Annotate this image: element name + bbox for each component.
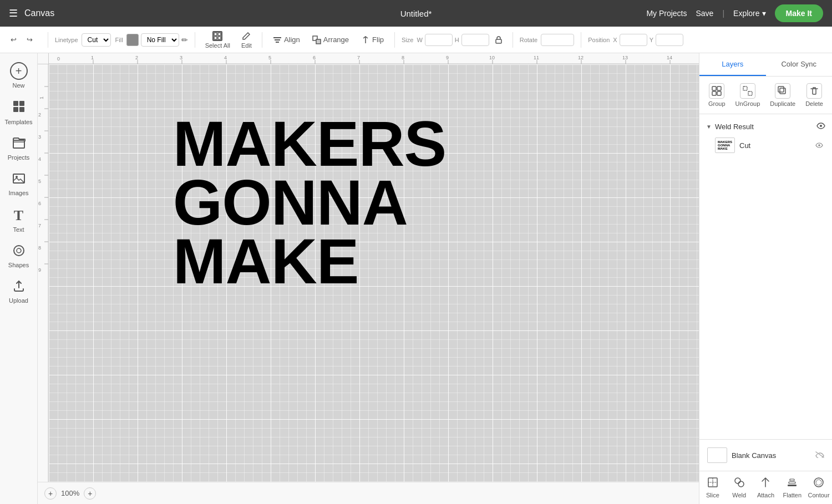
ruler-vertical: 1 2 3 4 5 6 7 8 9 xyxy=(38,64,49,482)
arrange-button[interactable]: Arrange xyxy=(308,33,353,47)
slice-button[interactable]: Slice xyxy=(699,474,726,502)
svg-rect-83 xyxy=(790,479,794,481)
toolbar-separator-2 xyxy=(195,32,195,48)
canvas-content[interactable]: MAKERS GONNA MAKE xyxy=(204,92,415,314)
svg-text:4: 4 xyxy=(224,55,227,60)
sidebar-item-text[interactable]: T Text xyxy=(2,203,35,237)
fill-select[interactable]: No Fill xyxy=(141,33,179,47)
weld-button[interactable]: Weld xyxy=(726,474,753,502)
make-it-button[interactable]: Make It xyxy=(775,4,823,22)
layer-visibility-icon[interactable] xyxy=(815,141,823,150)
explore-button[interactable]: Explore ▾ xyxy=(733,9,765,18)
svg-rect-82 xyxy=(789,482,795,483)
my-projects-link[interactable]: My Projects xyxy=(646,9,687,18)
zoom-level: 100% xyxy=(61,489,79,497)
group-button[interactable]: Group xyxy=(704,81,730,109)
redo-button[interactable]: ↪ xyxy=(23,33,37,47)
canvas-area[interactable]: MAKERS GONNA MAKE xyxy=(49,64,699,482)
svg-text:7: 7 xyxy=(38,223,41,228)
top-nav: ☰ Canvas Untitled* My Projects Save | Ex… xyxy=(0,0,832,27)
layers-item-weld-result[interactable]: MAKERSGONNAMAKE Cut xyxy=(704,134,828,156)
svg-rect-6 xyxy=(276,42,279,43)
pencil-icon[interactable]: ✏ xyxy=(181,35,188,44)
svg-rect-0 xyxy=(214,33,217,35)
ungroup-button[interactable]: UnGroup xyxy=(731,81,765,109)
svg-rect-10 xyxy=(13,101,18,106)
size-h-input[interactable] xyxy=(461,34,489,46)
delete-button[interactable]: Delete xyxy=(801,81,828,109)
sidebar-item-upload[interactable]: Upload xyxy=(2,275,35,308)
svg-text:14: 14 xyxy=(667,55,672,60)
flip-icon xyxy=(361,35,370,44)
contour-button[interactable]: Contour xyxy=(805,474,832,502)
svg-rect-69 xyxy=(717,86,721,90)
flip-button[interactable]: Flip xyxy=(357,33,388,47)
tab-color-sync[interactable]: Color Sync xyxy=(766,53,833,76)
svg-rect-9 xyxy=(496,39,501,43)
edit-button[interactable]: Edit xyxy=(238,30,255,50)
delete-icon xyxy=(806,83,822,99)
canvas-hidden-icon[interactable] xyxy=(815,451,824,460)
slice-icon xyxy=(707,477,718,490)
duplicate-button[interactable]: Duplicate xyxy=(765,81,800,109)
document-title[interactable]: Untitled* xyxy=(400,9,432,18)
svg-rect-4 xyxy=(273,37,281,38)
sidebar-item-images[interactable]: Images xyxy=(2,167,35,201)
undo-button[interactable]: ↩ xyxy=(7,33,21,47)
undo-redo-group: ↩ ↪ xyxy=(7,33,37,47)
projects-icon xyxy=(12,136,26,152)
visibility-icon[interactable] xyxy=(816,122,825,131)
select-all-button[interactable]: Select All xyxy=(202,30,234,50)
layers-actions: Group UnGroup Duplicate xyxy=(699,77,832,114)
svg-text:0: 0 xyxy=(57,56,60,62)
ruler-corner xyxy=(38,53,49,64)
blank-canvas-thumbnail xyxy=(707,447,727,463)
sidebar-item-projects[interactable]: Projects xyxy=(2,132,35,165)
fill-color-swatch[interactable] xyxy=(126,34,139,46)
flatten-icon xyxy=(787,477,798,490)
ruler-horizontal: 0 1 2 3 4 5 6 7 8 9 10 xyxy=(49,53,699,64)
contour-icon xyxy=(813,477,824,490)
toolbar-separator-6 xyxy=(581,32,581,48)
group-icon xyxy=(709,83,724,99)
zoom-out-button[interactable]: + xyxy=(44,487,57,500)
blank-canvas-item[interactable]: Blank Canvas xyxy=(704,444,828,466)
zoom-in-button[interactable]: + xyxy=(84,487,96,500)
size-group: Size W H xyxy=(402,33,506,47)
svg-text:6: 6 xyxy=(313,55,316,60)
edit-icon xyxy=(241,31,251,41)
svg-rect-11 xyxy=(19,101,24,106)
hamburger-menu-icon[interactable]: ☰ xyxy=(9,7,18,19)
rotate-group: Rotate xyxy=(520,34,574,46)
size-lock-button[interactable] xyxy=(491,33,506,47)
duplicate-icon xyxy=(775,83,790,99)
position-group: Position X Y xyxy=(588,34,683,46)
lock-icon xyxy=(495,36,502,44)
svg-point-18 xyxy=(17,248,21,253)
attach-button[interactable]: Attach xyxy=(753,474,779,502)
svg-text:4: 4 xyxy=(38,156,41,162)
position-y-input[interactable] xyxy=(656,34,683,46)
rotate-input[interactable] xyxy=(541,34,574,46)
left-sidebar: + New Templates Proje xyxy=(0,53,38,504)
tab-layers[interactable]: Layers xyxy=(699,53,766,76)
sidebar-item-new[interactable]: + New xyxy=(2,58,35,93)
app-logo: Canvas xyxy=(24,8,54,18)
svg-text:5: 5 xyxy=(38,179,41,184)
size-w-input[interactable] xyxy=(425,34,453,46)
bottom-tools: Slice Weld Attach xyxy=(699,471,832,504)
weld-result-header[interactable]: ▼ Weld Result xyxy=(704,119,828,134)
position-label: Position xyxy=(588,37,610,43)
align-button[interactable]: Align xyxy=(269,33,304,47)
save-button[interactable]: Save xyxy=(696,9,714,18)
select-all-icon xyxy=(212,31,222,41)
svg-rect-5 xyxy=(275,39,280,40)
flatten-button[interactable]: Flatten xyxy=(779,474,805,502)
linetype-select[interactable]: Cut xyxy=(82,33,111,47)
shapes-icon xyxy=(12,244,26,259)
templates-icon xyxy=(12,100,26,116)
sidebar-item-shapes[interactable]: Shapes xyxy=(2,240,35,273)
position-x-input[interactable] xyxy=(620,34,647,46)
svg-text:1: 1 xyxy=(91,55,94,60)
sidebar-item-templates[interactable]: Templates xyxy=(2,95,35,130)
